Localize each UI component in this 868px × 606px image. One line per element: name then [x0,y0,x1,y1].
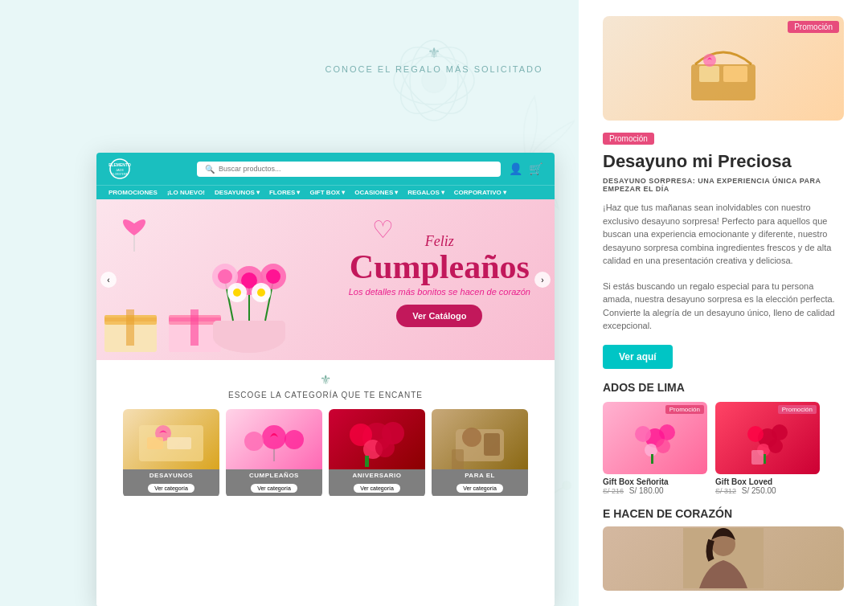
category-card-desayunos[interactable]: DESAYUNOS Ver categoría [123,409,219,497]
logo-icon: ELEMENTO JADE FLORISTERÍA [108,158,131,180]
flower-arrangement-icon [193,244,305,357]
hero-left-decor [96,199,321,360]
product-card-2[interactable]: Promoción Gift Box Loved S/ 312 S/ 250.0… [715,402,820,495]
top-label-section: ⚜ CONOCE EL REGALO MÁS SOLICITADO [325,44,542,74]
cart-icon[interactable]: 🛒 [529,162,542,175]
categories-section: ⚜ ESCOGE LA CATEGORÍA QUE TE ENCANTE DES… [96,360,555,506]
product-desc-2: Si estás buscando un regalo especial par… [603,280,844,333]
navbar: ELEMENTO JADE FLORISTERÍA 🔍 👤 🛒 [96,153,555,185]
svg-text:JADE: JADE [116,168,125,172]
nav-item-giftbox[interactable]: GIFT BOX ▾ [309,189,345,196]
main-website: ELEMENTO JADE FLORISTERÍA 🔍 👤 🛒 PROMOCIO… [96,153,555,606]
heart-balloon-icon [117,207,153,252]
card-2-price: S/ 312 S/ 250.00 [715,486,820,495]
svg-rect-24 [764,454,766,464]
chevron-down-icon-3: ▾ [342,189,345,196]
nav-item-corporativo[interactable]: CORPORATIVO ▾ [454,189,506,196]
product-title: Desayuno mi Preciosa [603,151,844,172]
card-1-new-price: S/ 180.00 [629,486,664,495]
hero-next-button[interactable]: › [534,272,551,288]
cat-desayunos-btn[interactable]: Ver categoría [148,484,194,493]
hero-flowers [193,244,305,360]
svg-rect-58 [147,437,163,449]
svg-point-12 [703,54,716,67]
svg-rect-72 [484,433,500,456]
hero-prev-button[interactable]: ‹ [100,272,117,288]
search-icon: 🔍 [205,165,215,174]
para-el-illustration [432,409,528,469]
top-label-text: CONOCE EL REGALO MÁS SOLICITADO [325,64,542,74]
nav-item-regalos[interactable]: REGALOS ▾ [407,189,444,196]
person-image [603,526,844,591]
svg-rect-69 [365,456,369,467]
nav-item-ocasiones[interactable]: OCASIONES ▾ [354,189,398,196]
svg-point-23 [768,439,783,453]
svg-point-71 [462,428,481,447]
svg-rect-18 [651,454,653,464]
right-panel: Promoción Promoción Desayuno mi Preciosa… [579,0,868,606]
cat-para-el-footer: PARA EL Ver categoría [432,469,528,496]
card-2-badge: Promoción [778,405,817,414]
svg-rect-35 [126,309,134,346]
svg-point-20 [747,426,764,442]
gift-box-1-icon [100,305,161,354]
cat-cumpleanos-btn[interactable]: Ver categoría [251,484,297,493]
product-subtitle: DESAYUNO SORPRESA: UNA EXPERIENCIA ÚNICA… [603,177,844,193]
ver-aqui-button[interactable]: Ver aquí [603,345,673,369]
user-icon[interactable]: 👤 [509,162,522,175]
cat-para-el-btn[interactable]: Ver categoría [457,484,503,493]
category-card-cumpleanos[interactable]: CUMPLEAÑOS Ver categoría [226,409,322,497]
nav-item-flores[interactable]: FLORES ▾ [269,189,300,196]
category-card-para-el[interactable]: PARA EL Ver categoría [432,409,528,497]
aniversario-illustration [329,409,425,469]
search-input[interactable] [219,165,493,173]
slogan-text: E HACEN DE CORAZÓN [603,507,844,520]
promo-badge: Promoción [788,21,839,33]
categories-grid: DESAYUNOS Ver categoría CUMPLEAÑOS [108,409,542,497]
svg-point-7 [563,481,571,489]
product-card-1[interactable]: Promoción Gift Box Señorita S/ 216 S/ 18… [603,402,707,495]
product-cards-row: Promoción Gift Box Señorita S/ 216 S/ 18… [603,402,844,495]
svg-text:ELEMENTO: ELEMENTO [108,162,131,167]
product-desc: ¡Haz que tus mañanas sean inolvidables c… [603,201,844,268]
heart-decoration: ♡ [372,215,394,244]
right-section-title: ADOS DE LIMA [603,381,844,394]
svg-rect-73 [452,449,464,469]
cumpleanos-illustration [226,409,322,469]
hero-cta-button[interactable]: Ver Catálogo [396,305,482,327]
balloon-heart [117,207,153,255]
nav-item-promociones[interactable]: PROMOCIONES [108,189,158,196]
nav-item-nuevo[interactable]: ¡LO NUEVO! [167,189,205,196]
hero-content: Feliz Cumpleaños Los detalles más bonito… [325,217,555,343]
top-label-icon: ⚜ [325,44,542,62]
cat-desayunos-image [123,409,219,469]
svg-point-49 [218,269,232,284]
categories-section-title: ESCOGE LA CATEGORÍA QUE TE ENCANTE [108,391,542,399]
nav-menu: PROMOCIONES ¡LO NUEVO! DESAYUNOS ▾ FLORE… [96,185,555,199]
cat-aniversario-btn[interactable]: Ver categoría [354,484,400,493]
svg-point-60 [262,425,286,449]
category-card-aniversario[interactable]: ANIVERSARIO Ver categoría [329,409,425,497]
chevron-down-icon: ▾ [256,189,260,196]
card-1-old-price: S/ 216 [603,487,624,495]
cat-cumpleanos-footer: CUMPLEAÑOS Ver categoría [226,469,322,496]
svg-point-17 [656,439,670,453]
svg-rect-36 [104,317,157,321]
search-bar[interactable]: 🔍 [197,162,501,177]
svg-rect-11 [723,66,747,82]
cat-cumpleanos-image [226,409,322,469]
nav-item-desayunos[interactable]: DESAYUNOS ▾ [215,189,260,196]
card-2-name: Gift Box Loved [715,477,820,486]
right-promo-badge: Promoción [603,133,654,145]
cat-aniversario-footer: ANIVERSARIO Ver categoría [329,469,425,496]
card-1-price: S/ 216 S/ 180.00 [603,486,707,495]
hero-subtitle: Los detalles más bonitos se hacen de cor… [349,287,530,297]
card-1-badge: Promoción [665,405,704,414]
cat-desayunos-footer: DESAYUNOS Ver categoría [123,469,219,496]
hero-banner: ‹ [96,199,555,360]
svg-point-21 [772,424,788,440]
logo-area[interactable]: ELEMENTO JADE FLORISTERÍA [108,158,189,180]
svg-point-62 [285,430,304,449]
chevron-down-icon-5: ▾ [441,189,444,196]
deco-flower-top-icon [354,8,514,153]
